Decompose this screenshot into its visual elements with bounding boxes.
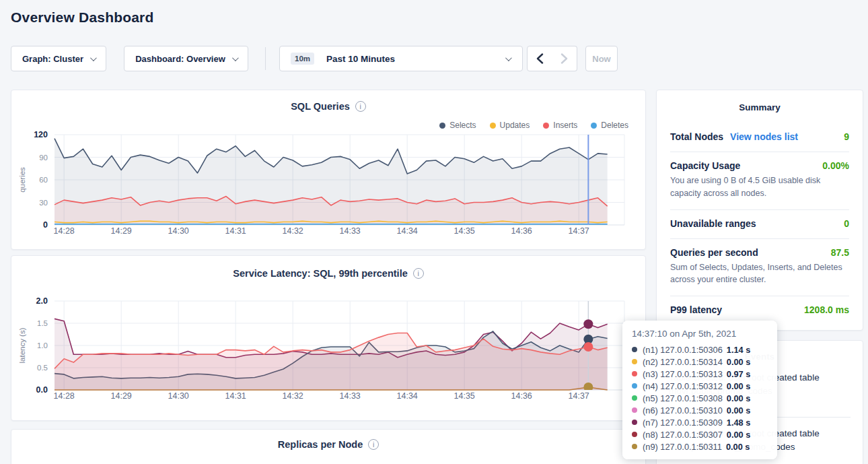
svg-text:0.0: 0.0 — [36, 385, 48, 395]
tooltip-node-value: 0.00 s — [727, 430, 751, 440]
tooltip-node-value: 0.00 s — [727, 405, 751, 416]
node-color-dot-icon — [632, 395, 637, 401]
tooltip-node-row: (n4) 127.0.0.1:50312 0.00 s — [632, 380, 768, 392]
svg-text:1.0: 1.0 — [37, 341, 48, 350]
node-color-dot-icon — [632, 347, 637, 352]
svg-text:14:33: 14:33 — [340, 226, 361, 236]
tooltip-node-value: 0.00 s — [726, 442, 750, 452]
chevron-down-icon — [505, 55, 512, 61]
svg-text:14:29: 14:29 — [111, 391, 132, 401]
info-icon[interactable]: i — [368, 439, 379, 450]
summary-row-total-nodes: Total Nodes View nodes list 9 — [670, 131, 849, 142]
replicas-per-node-card: Replicas per Node i — [11, 429, 646, 464]
time-range-badge: 10m — [291, 53, 314, 65]
tooltip-node-row: (n5) 127.0.0.1:50308 0.00 s — [632, 392, 768, 404]
tooltip-node-value: 0.00 s — [727, 357, 751, 367]
svg-text:14:34: 14:34 — [397, 226, 418, 236]
chevron-down-icon — [232, 55, 239, 61]
node-color-dot-icon — [632, 383, 637, 389]
time-range-selector[interactable]: 10m Past 10 Minutes — [279, 46, 523, 71]
summary-divider — [670, 152, 849, 152]
svg-text:14:33: 14:33 — [340, 391, 361, 401]
svg-text:14:30: 14:30 — [168, 226, 189, 236]
time-prev-button[interactable] — [527, 46, 552, 71]
tooltip-node-row: (n1) 127.0.0.1:50306 1.14 s — [632, 343, 768, 356]
tooltip-node-label: (n1) 127.0.0.1:50306 — [643, 345, 723, 355]
time-range-label: Past 10 Minutes — [326, 54, 395, 64]
tooltip-node-value: 1.48 s — [727, 418, 751, 428]
qps-value: 87.5 — [831, 247, 849, 258]
replicas-per-node-title: Replicas per Node — [278, 439, 363, 450]
service-latency-card: Service Latency: SQL, 99th percentile i … — [11, 255, 646, 421]
svg-text:14:30: 14:30 — [168, 391, 189, 401]
dashboard-dropdown[interactable]: Dashboard: Overview — [124, 46, 248, 71]
tooltip-node-label: (n5) 127.0.0.1:50308 — [643, 393, 723, 403]
svg-text:14:35: 14:35 — [454, 391, 475, 401]
tooltip-node-label: (n8) 127.0.0.1:50307 — [643, 430, 723, 440]
tooltip-node-row: (n8) 127.0.0.1:50307 0.00 s — [632, 428, 768, 440]
tooltip-node-value: 0.00 s — [727, 381, 751, 391]
svg-text:14:28: 14:28 — [54, 226, 75, 236]
svg-text:2.0: 2.0 — [36, 296, 48, 306]
info-icon[interactable]: i — [355, 101, 366, 112]
summary-panel: Summary Total Nodes View nodes list 9 Ca… — [656, 90, 863, 331]
tooltip-node-value: 0.00 s — [727, 393, 751, 403]
node-color-dot-icon — [632, 444, 637, 449]
summary-row-qps: Queries per second 87.5 — [670, 247, 849, 258]
tooltip-node-label: (n2) 127.0.0.1:50314 — [643, 357, 723, 367]
node-color-dot-icon — [632, 359, 637, 364]
summary-divider — [670, 209, 849, 210]
page-title: Overview Dashboard — [11, 9, 154, 26]
tooltip-node-label: (n9) 127.0.0.1:50311 — [643, 442, 722, 452]
svg-text:14:28: 14:28 — [54, 391, 75, 401]
svg-text:14:31: 14:31 — [225, 391, 246, 401]
tooltip-node-row: (n6) 127.0.0.1:50310 0.00 s — [632, 404, 768, 416]
tooltip-node-label: (n4) 127.0.0.1:50312 — [643, 381, 723, 391]
summary-divider — [670, 238, 849, 239]
summary-title: Summary — [657, 102, 863, 112]
svg-text:0.5: 0.5 — [37, 364, 48, 372]
summary-row-capacity: Capacity Usage 0.00% — [670, 160, 849, 171]
view-nodes-list-link[interactable]: View nodes list — [730, 131, 798, 142]
svg-text:latency (s): latency (s) — [18, 327, 26, 363]
svg-text:14:32: 14:32 — [283, 391, 303, 401]
capacity-value: 0.00% — [822, 160, 849, 171]
svg-text:1.5: 1.5 — [37, 319, 48, 327]
chevron-down-icon — [90, 55, 97, 61]
chevron-right-icon — [560, 53, 568, 64]
dashboard-dropdown-label: Dashboard: Overview — [135, 54, 225, 64]
summary-row-p99-latency: P99 latency 1208.0 ms — [670, 304, 849, 315]
tooltip-timestamp: 14:37:10 on Apr 5th, 2021 — [632, 329, 768, 339]
sql-queries-chart[interactable]: 030609012014:2814:2914:3014:3114:3214:33… — [11, 127, 647, 243]
svg-text:14:36: 14:36 — [511, 226, 532, 236]
service-latency-chart[interactable]: 0.00.51.01.52.014:2814:2914:3014:3114:32… — [11, 293, 647, 411]
info-icon[interactable]: i — [413, 268, 424, 279]
tooltip-node-row: (n2) 127.0.0.1:50314 0.00 s — [632, 356, 768, 368]
summary-divider — [670, 296, 849, 296]
graph-dropdown[interactable]: Graph: Cluster — [11, 46, 106, 71]
sql-queries-card: SQL Queries i Selects Updates Inserts De… — [11, 90, 646, 250]
now-button-label: Now — [592, 54, 610, 64]
time-now-button[interactable]: Now — [585, 46, 618, 71]
summary-row-unavailable-ranges: Unavailable ranges 0 — [670, 218, 849, 229]
svg-text:14:34: 14:34 — [397, 391, 418, 401]
tooltip-node-row: (n9) 127.0.0.1:50311 0.00 s — [632, 440, 768, 453]
svg-text:14:36: 14:36 — [511, 391, 532, 401]
time-next-button[interactable] — [552, 46, 577, 71]
svg-text:60: 60 — [39, 176, 48, 184]
sql-queries-title: SQL Queries — [291, 101, 350, 112]
svg-text:queries: queries — [18, 167, 26, 193]
toolbar-divider — [265, 47, 266, 70]
total-nodes-value: 9 — [844, 131, 849, 142]
svg-text:14:37: 14:37 — [569, 226, 589, 236]
tooltip-node-label: (n7) 127.0.0.1:50309 — [643, 418, 723, 428]
tooltip-node-value: 1.14 s — [727, 345, 751, 355]
svg-text:14:29: 14:29 — [111, 226, 132, 236]
capacity-description: You are using 0 B of 4.5 GiB usable disk… — [670, 174, 849, 200]
graph-dropdown-label: Graph: Cluster — [22, 54, 83, 64]
tooltip-node-value: 0.97 s — [727, 369, 751, 379]
node-color-dot-icon — [632, 407, 637, 413]
chart-tooltip: 14:37:10 on Apr 5th, 2021 (n1) 127.0.0.1… — [622, 321, 777, 459]
node-color-dot-icon — [632, 432, 637, 437]
svg-text:14:32: 14:32 — [283, 226, 303, 236]
